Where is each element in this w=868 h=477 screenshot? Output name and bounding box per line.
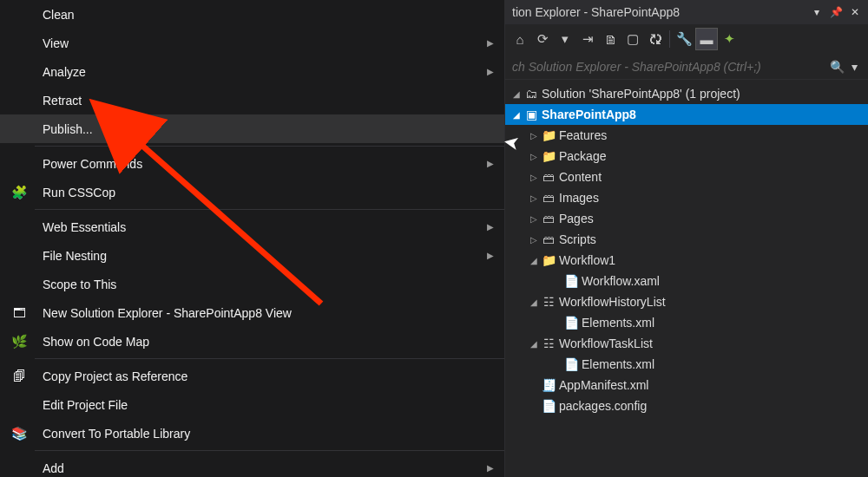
properties-icon[interactable]: 🔧 [673,28,695,50]
file-icon: 📄 [562,316,580,330]
module-icon: 🗃 [540,212,557,225]
content-node[interactable]: ▷🗃Content [505,167,868,187]
pages-node[interactable]: ▷🗃Pages [505,208,868,229]
project-icon: ▣ [523,108,540,121]
new-folder-icon[interactable]: ✦ [718,28,740,50]
context-menu: Clean View▶ Analyze▶ Retract Publish... … [0,0,505,477]
explorer-icon: 🗔 [9,303,30,323]
selected-button-icon[interactable]: ▬ [695,28,718,50]
search-placeholder: ch Solution Explorer - SharePointApp8 (C… [512,60,828,74]
menu-web-essentials[interactable]: Web Essentials▶ [0,212,504,241]
solution-tree: ◢🗂Solution 'SharePointApp8' (1 project) … [505,80,868,477]
submenu-arrow-icon: ▶ [487,222,494,232]
images-node[interactable]: ▷🗃Images [505,187,868,208]
library-icon: 📚 [9,423,30,444]
collapse-all-icon[interactable]: ⇥ [576,28,599,50]
elements-xml-node[interactable]: 📄Elements.xml [505,312,868,333]
copy-icon: 🗐 [9,366,30,387]
folder-icon: 📁 [540,253,557,267]
codemap-icon: 🌿 [9,331,30,352]
submenu-arrow-icon: ▶ [487,159,494,168]
expander-icon[interactable]: ▷ [528,152,540,161]
menu-new-solution-explorer-view[interactable]: 🗔New Solution Explorer - SharePointApp8 … [0,298,504,327]
menu-separator [35,450,504,451]
menu-run-csscop[interactable]: 🧩Run CSSCop [0,178,504,206]
module-icon: 🗃 [540,232,557,246]
menu-scope-to-this[interactable]: Scope to This [0,270,504,298]
folder-icon: 📁 [540,149,557,163]
expander-icon[interactable]: ▷ [528,131,540,140]
menu-view[interactable]: View▶ [0,29,504,57]
expander-icon[interactable]: ◢ [510,89,523,99]
menu-copy-project-as-reference[interactable]: 🗐Copy Project as Reference [0,362,504,390]
refresh-dropdown-icon[interactable]: ▾ [554,28,576,50]
expander-icon[interactable]: ▷ [528,214,540,224]
elements-xml-node[interactable]: 📄Elements.xml [505,354,868,375]
file-icon: 📄 [562,274,580,288]
workflow-history-list-node[interactable]: ◢☷WorkflowHistoryList [505,291,868,312]
file-icon: 📄 [540,399,557,413]
csscop-icon: 🧩 [9,182,30,203]
home-icon[interactable]: ⌂ [509,28,531,50]
menu-show-on-code-map[interactable]: 🌿Show on Code Map [0,327,504,356]
features-node[interactable]: ▷📁Features [505,125,868,146]
menu-analyze[interactable]: Analyze▶ [0,57,504,86]
app-manifest-node[interactable]: 🧾AppManifest.xml [505,375,868,395]
solution-explorer-toolbar: ⌂ ⟳ ▾ ⇥ 🗎 ▢ 🗘 🔧 ▬ ✦ [505,24,868,54]
submenu-arrow-icon: ▶ [487,38,494,48]
preview-icon[interactable]: ▢ [621,28,644,50]
menu-clean[interactable]: Clean [0,0,504,29]
search-icon[interactable]: 🔍 [828,60,845,74]
refresh-icon[interactable]: ⟳ [531,28,554,50]
submenu-arrow-icon: ▶ [487,463,494,473]
menu-add[interactable]: Add▶ [0,454,504,477]
workflow1-node[interactable]: ◢📁Workflow1 [505,250,868,271]
sync-icon[interactable]: 🗘 [644,28,667,50]
submenu-arrow-icon: ▶ [487,67,494,76]
expander-icon[interactable]: ◢ [510,110,523,120]
menu-power-commands[interactable]: Power Commands▶ [0,149,504,178]
solution-explorer-panel: tion Explorer - SharePointApp8 ▾ 📌 ✕ ⌂ ⟳… [505,0,868,477]
expander-icon[interactable]: ▷ [528,173,540,182]
module-icon: 🗃 [540,191,557,205]
solution-icon: 🗂 [523,87,540,101]
menu-retract[interactable]: Retract [0,86,504,114]
window-position-icon[interactable]: ▾ [809,4,825,20]
project-node[interactable]: ◢▣SharePointApp8 [505,104,868,125]
menu-publish[interactable]: Publish... [0,114,504,143]
expander-icon[interactable]: ◢ [528,256,540,265]
manifest-icon: 🧾 [540,378,557,392]
show-all-files-icon[interactable]: 🗎 [599,28,621,50]
workflow-xaml-node[interactable]: 📄Workflow.xaml [505,271,868,291]
file-icon: 📄 [562,357,580,371]
search-dropdown-icon[interactable]: ▾ [845,60,863,74]
list-icon: ☷ [540,337,557,350]
menu-separator [35,146,504,147]
menu-file-nesting[interactable]: File Nesting▶ [0,241,504,270]
panel-title-bar[interactable]: tion Explorer - SharePointApp8 ▾ 📌 ✕ [505,0,868,24]
close-icon[interactable]: ✕ [847,4,863,20]
expander-icon[interactable]: ◢ [528,339,540,349]
scripts-node[interactable]: ▷🗃Scripts [505,229,868,250]
workflow-task-list-node[interactable]: ◢☷WorkflowTaskList [505,333,868,354]
folder-icon: 📁 [540,128,557,142]
panel-title-text: tion Explorer - SharePointApp8 [512,5,806,19]
search-box[interactable]: ch Solution Explorer - SharePointApp8 (C… [505,54,868,80]
expander-icon[interactable]: ▷ [528,235,540,245]
package-node[interactable]: ▷📁Package [505,146,868,167]
menu-edit-project-file[interactable]: Edit Project File [0,390,504,419]
menu-separator [35,358,504,359]
list-icon: ☷ [540,295,557,309]
solution-node[interactable]: ◢🗂Solution 'SharePointApp8' (1 project) [505,83,868,104]
expander-icon[interactable]: ◢ [528,297,540,307]
menu-convert-to-portable-library[interactable]: 📚Convert To Portable Library [0,419,504,448]
expander-icon[interactable]: ▷ [528,193,540,203]
module-icon: 🗃 [540,170,557,184]
menu-separator [35,209,504,210]
packages-config-node[interactable]: 📄packages.config [505,395,868,416]
pin-icon[interactable]: 📌 [828,4,844,20]
toolbar-separator [669,30,670,48]
submenu-arrow-icon: ▶ [487,251,494,260]
